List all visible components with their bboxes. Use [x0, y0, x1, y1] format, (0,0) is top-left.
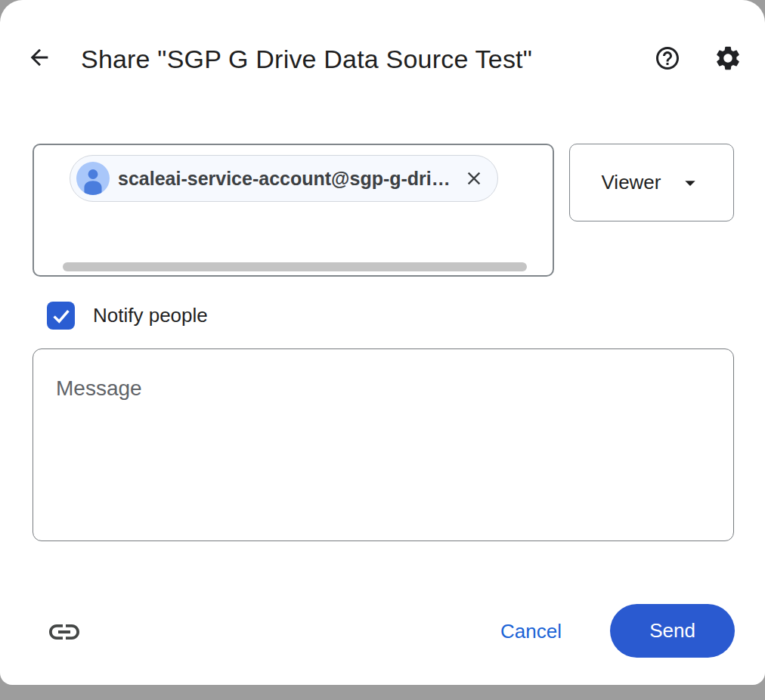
checkmark-icon	[50, 305, 73, 327]
role-dropdown-value: Viewer	[601, 171, 661, 194]
settings-button[interactable]	[711, 41, 745, 76]
dialog-title: Share "SGP G Drive Data Source Test"	[81, 38, 534, 81]
notify-people-label: Notify people	[93, 304, 208, 327]
person-avatar-icon	[76, 162, 110, 195]
send-button[interactable]: Send	[610, 604, 735, 658]
help-button[interactable]	[652, 42, 683, 74]
close-icon	[463, 168, 485, 189]
gear-icon	[714, 44, 742, 73]
message-input[interactable]	[33, 348, 734, 541]
role-dropdown[interactable]: Viewer	[569, 144, 734, 221]
share-dialog: Share "SGP G Drive Data Source Test"	[0, 0, 765, 685]
back-button[interactable]	[25, 43, 54, 72]
cancel-button[interactable]: Cancel	[481, 608, 581, 655]
link-icon	[46, 614, 82, 650]
copy-link-button[interactable]	[42, 611, 86, 653]
chevron-down-icon	[678, 171, 702, 195]
notify-checkbox[interactable]	[47, 302, 75, 330]
recipients-input[interactable]: scaleai-service-account@sgp-g-dri…	[33, 144, 554, 277]
help-icon	[654, 45, 681, 72]
remove-recipient-button[interactable]	[463, 167, 485, 190]
arrow-left-icon	[26, 45, 52, 70]
recipient-email: scaleai-service-account@sgp-g-dri…	[118, 168, 451, 190]
recipient-chip[interactable]: scaleai-service-account@sgp-g-dri…	[70, 155, 498, 202]
notify-people-row[interactable]: Notify people	[47, 302, 208, 330]
horizontal-scrollbar[interactable]	[63, 262, 527, 271]
